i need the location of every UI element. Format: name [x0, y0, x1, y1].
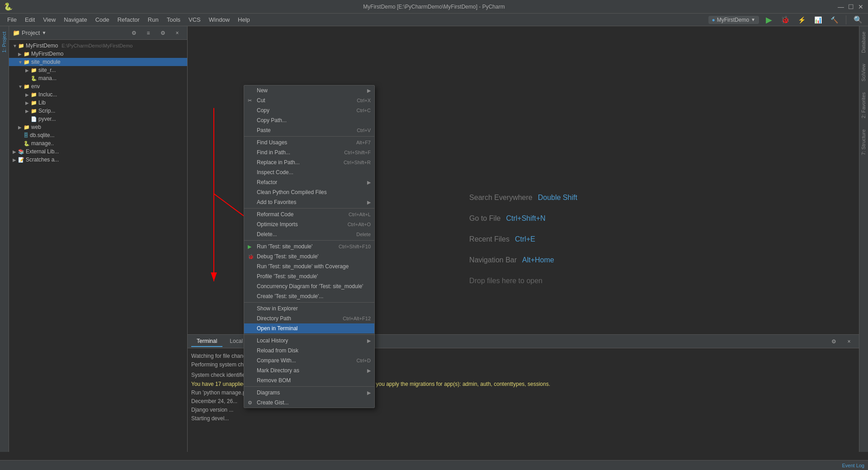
- ctx-item-directory-path[interactable]: Directory Path Ctrl+Alt+F12: [244, 313, 374, 323]
- tree-item-manage[interactable]: 🐍 mana...: [9, 74, 187, 82]
- hint-recent-key: Ctrl+E: [515, 235, 535, 243]
- ctx-delete-shortcut: Delete: [356, 232, 371, 237]
- project-close-icon[interactable]: ×: [171, 27, 184, 39]
- ctx-item-new[interactable]: New ▶: [244, 85, 374, 95]
- ctx-reformat-label: Reformat Code: [257, 211, 293, 218]
- close-button[interactable]: ✕: [857, 3, 864, 10]
- ctx-item-create-gist[interactable]: ⚙ Create Gist...: [244, 398, 374, 408]
- sidebar-right-sciview[interactable]: SciView: [859, 58, 868, 87]
- ctx-concurrency-label: Concurrency Diagram for 'Test: site_modu…: [257, 283, 363, 290]
- tree-item-site-module[interactable]: ▼ 📁 site_module: [9, 58, 187, 66]
- sidebar-right-database[interactable]: Database: [859, 26, 868, 58]
- minimize-button[interactable]: —: [837, 3, 844, 10]
- ctx-debug-icon: 🐞: [248, 254, 254, 260]
- tree-item-label: db.sqlite...: [30, 132, 55, 138]
- tree-item-db[interactable]: 🗄 db.sqlite...: [9, 131, 187, 139]
- tree-item-myfirstdemo[interactable]: ▶ 📁 MyFirstDemo: [9, 50, 187, 58]
- menu-edit[interactable]: Edit: [21, 15, 38, 24]
- ctx-item-mark-directory[interactable]: Mark Directory as ▶: [244, 366, 374, 375]
- ctx-item-run-coverage[interactable]: Run 'Test: site_module' with Coverage: [244, 261, 374, 271]
- menu-tools[interactable]: Tools: [163, 15, 184, 24]
- menu-navigate[interactable]: Navigate: [60, 15, 90, 24]
- ctx-item-delete[interactable]: Delete... Delete: [244, 229, 374, 239]
- ctx-item-run-test[interactable]: ▶ Run 'Test: site_module' Ctrl+Shift+F10: [244, 242, 374, 252]
- project-gear-icon[interactable]: ⚙: [156, 27, 169, 39]
- run-config-selector[interactable]: ● MyFirstDemo ▼: [708, 16, 760, 24]
- run-button[interactable]: ▶: [763, 14, 775, 26]
- sidebar-right-favorites[interactable]: 2: Favorites: [859, 87, 868, 123]
- debug-button[interactable]: 🐞: [779, 14, 792, 26]
- menu-file[interactable]: File: [4, 15, 20, 24]
- tree-item-label: web: [31, 124, 41, 130]
- ctx-item-concurrency[interactable]: Concurrency Diagram for 'Test: site_modu…: [244, 281, 374, 291]
- hint-recent-files: Recent Files Ctrl+E: [469, 235, 577, 243]
- ctx-item-find-usages[interactable]: Find Usages Alt+F7: [244, 138, 374, 147]
- ctx-item-inspect-code[interactable]: Inspect Code...: [244, 167, 374, 177]
- project-title[interactable]: 📁 Project ▼: [13, 29, 46, 36]
- tab-terminal[interactable]: Terminal: [191, 336, 222, 347]
- ctx-item-refactor[interactable]: Refactor ▶: [244, 177, 374, 187]
- ctx-item-debug-test[interactable]: 🐞 Debug 'Test: site_module': [244, 252, 374, 261]
- menu-refactor[interactable]: Refactor: [114, 15, 143, 24]
- tree-item-include[interactable]: ▶ 📁 Incluc...: [9, 90, 187, 99]
- bottom-settings-icon[interactable]: ⚙: [827, 335, 840, 348]
- ctx-separator-4: [244, 302, 374, 303]
- ctx-item-diagrams[interactable]: Diagrams ▶: [244, 388, 374, 398]
- ctx-item-open-terminal[interactable]: Open in Terminal: [244, 323, 374, 333]
- ctx-item-reload[interactable]: Reload from Disk: [244, 346, 374, 356]
- ctx-item-optimize[interactable]: Optimize Imports Ctrl+Alt+O: [244, 219, 374, 229]
- ctx-item-find-in-path[interactable]: Find in Path... Ctrl+Shift+F: [244, 147, 374, 157]
- menu-bar: File Edit View Navigate Code Refactor Ru…: [0, 14, 868, 26]
- ctx-find-usages-shortcut: Alt+F7: [356, 140, 371, 145]
- menu-code[interactable]: Code: [92, 15, 113, 24]
- project-settings-icon[interactable]: ⚙: [127, 27, 140, 39]
- tree-item-web[interactable]: ▶ 📁 web: [9, 123, 187, 131]
- ctx-item-add-favorites[interactable]: Add to Favorites ▶: [244, 197, 374, 207]
- tree-item-env[interactable]: ▼ 📁 env: [9, 82, 187, 90]
- menu-view[interactable]: View: [39, 15, 59, 24]
- editor-hints: Search Everywhere Double Shift Go to Fil…: [451, 176, 595, 303]
- ctx-item-copy[interactable]: Copy Ctrl+C: [244, 105, 374, 115]
- ctx-item-remove-bom[interactable]: Remove BOM: [244, 375, 374, 385]
- profile-button[interactable]: 📊: [811, 14, 824, 26]
- menu-help[interactable]: Help: [234, 15, 254, 24]
- ctx-item-copy-path[interactable]: Copy Path...: [244, 115, 374, 125]
- ctx-item-profile[interactable]: Profile 'Test: site_module': [244, 271, 374, 281]
- run-config-label: MyFirstDemo: [717, 17, 749, 23]
- build-button[interactable]: 🔨: [828, 14, 840, 26]
- sidebar-right-structure[interactable]: 7: Structure: [859, 124, 868, 161]
- tree-item-manage-py[interactable]: 🐍 manage..: [9, 139, 187, 147]
- ctx-item-replace-in-path[interactable]: Replace in Path... Ctrl+Shift+R: [244, 157, 374, 167]
- hint-nav-bar: Navigation Bar Alt+Home: [469, 256, 577, 264]
- ctx-mark-arrow: ▶: [367, 368, 371, 374]
- tree-item-pyver[interactable]: 📄 pyver...: [9, 115, 187, 123]
- ctx-item-create-test[interactable]: Create 'Test: site_module'...: [244, 291, 374, 301]
- tree-item-external-libs[interactable]: ▶ 📚 External Lib...: [9, 147, 187, 156]
- event-log-label[interactable]: Event Log: [842, 463, 864, 468]
- ctx-item-local-history[interactable]: Local History ▶: [244, 336, 374, 346]
- ctx-item-cut[interactable]: ✂ Cut Ctrl+X: [244, 95, 374, 105]
- ctx-item-paste[interactable]: Paste Ctrl+V: [244, 125, 374, 135]
- hint-goto-key: Ctrl+Shift+N: [506, 214, 545, 223]
- menu-vcs[interactable]: VCS: [185, 15, 204, 24]
- ctx-item-reformat[interactable]: Reformat Code Ctrl+Alt+L: [244, 209, 374, 219]
- ctx-paste-shortcut: Ctrl+V: [357, 128, 371, 133]
- tree-item-site-r[interactable]: ▶ 📁 site_r...: [9, 66, 187, 74]
- ctx-item-clean-python[interactable]: Clean Python Compiled Files: [244, 187, 374, 197]
- sidebar-item-project[interactable]: 1: Project: [0, 28, 9, 56]
- tree-item-scratches[interactable]: ▶ 📝 Scratches a...: [9, 156, 187, 164]
- project-collapse-icon[interactable]: ≡: [142, 27, 155, 39]
- maximize-button[interactable]: ☐: [847, 3, 854, 10]
- tree-item-lib[interactable]: ▶ 📁 Lib: [9, 99, 187, 107]
- coverage-button[interactable]: ⚡: [795, 14, 808, 26]
- ctx-item-compare[interactable]: Compare With... Ctrl+D: [244, 356, 374, 366]
- tree-item-label: Scrip...: [38, 108, 55, 114]
- tree-item-scripts[interactable]: ▶ 📁 Scrip...: [9, 107, 187, 115]
- search-everywhere-button[interactable]: 🔍: [852, 14, 864, 26]
- menu-window[interactable]: Window: [205, 15, 233, 24]
- bottom-close-icon[interactable]: ×: [843, 335, 855, 348]
- tree-item-label: env: [31, 83, 40, 90]
- ctx-item-show-explorer[interactable]: Show in Explorer: [244, 304, 374, 313]
- tree-root-project[interactable]: ▼ 📁 MyFirstDemo E:\PyCharmDemo\MyFirstDe…: [9, 42, 187, 50]
- menu-run[interactable]: Run: [144, 15, 162, 24]
